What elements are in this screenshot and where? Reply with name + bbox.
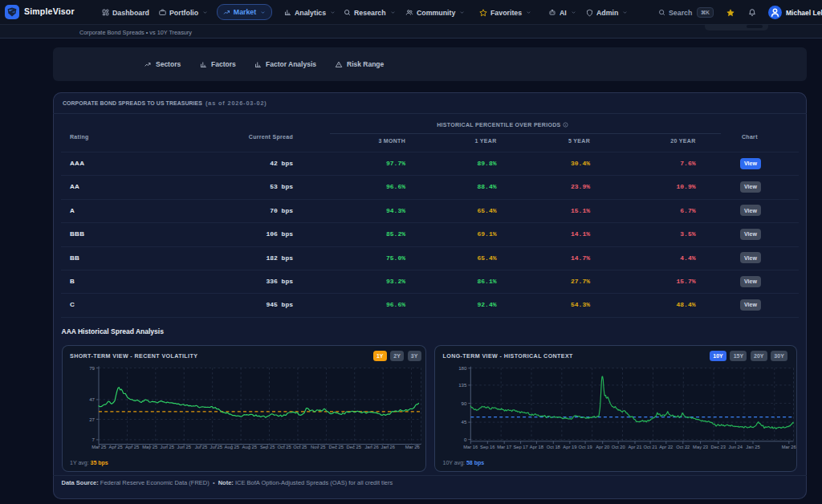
svg-text:Jun 24: Jun 24 <box>729 444 743 449</box>
svg-text:7: 7 <box>92 437 95 442</box>
svg-text:Oct 20: Oct 20 <box>612 444 625 449</box>
svg-text:Jul 25: Jul 25 <box>210 444 222 449</box>
svg-text:Oct 21: Oct 21 <box>644 444 657 449</box>
svg-text:Mar 17: Mar 17 <box>497 444 511 449</box>
svg-text:0: 0 <box>464 436 467 441</box>
svg-text:Jun 25: Jun 25 <box>177 444 190 449</box>
svg-text:Oct 25: Oct 25 <box>293 444 307 449</box>
svg-text:135: 135 <box>458 382 467 388</box>
svg-text:May 23: May 23 <box>693 444 708 449</box>
svg-text:27: 27 <box>89 416 95 421</box>
svg-text:Sep 17: Sep 17 <box>513 444 527 449</box>
svg-text:Aug 25: Aug 25 <box>242 444 256 449</box>
svg-text:Apr 25: Apr 25 <box>125 444 139 449</box>
svg-text:Jan 26: Jan 26 <box>364 444 378 449</box>
svg-text:Dec 25: Dec 25 <box>346 444 360 449</box>
svg-text:Apr 20: Apr 20 <box>596 444 609 449</box>
svg-text:79: 79 <box>89 364 95 370</box>
svg-text:Dec 23: Dec 23 <box>711 444 726 449</box>
svg-text:Oct 25: Oct 25 <box>277 444 291 449</box>
svg-text:180: 180 <box>458 364 467 370</box>
svg-text:Dec 25: Dec 25 <box>328 444 343 449</box>
svg-text:Mar 16: Mar 16 <box>463 444 478 449</box>
svg-text:Apr 22: Apr 22 <box>659 444 673 449</box>
svg-text:Sep 25: Sep 25 <box>260 444 275 449</box>
svg-text:Oct 22: Oct 22 <box>676 444 690 449</box>
svg-text:Apr 25: Apr 25 <box>108 444 122 449</box>
svg-text:Jan 25: Jan 25 <box>746 444 759 449</box>
svg-text:Jul 25: Jul 25 <box>194 444 206 449</box>
svg-text:Oct 19: Oct 19 <box>579 444 592 449</box>
svg-text:Mar 26: Mar 26 <box>405 444 419 449</box>
svg-text:Oct 18: Oct 18 <box>547 444 560 449</box>
svg-text:Nov 25: Nov 25 <box>311 444 325 449</box>
svg-text:Jan 26: Jan 26 <box>380 444 394 449</box>
svg-text:Apr 21: Apr 21 <box>628 444 641 449</box>
svg-text:May 25: May 25 <box>142 444 157 449</box>
svg-text:90: 90 <box>462 400 467 405</box>
svg-text:Mar 26: Mar 26 <box>782 444 796 449</box>
svg-text:Jun 25: Jun 25 <box>160 444 173 449</box>
svg-text:47: 47 <box>89 396 95 402</box>
svg-text:Mar 25: Mar 25 <box>92 444 106 449</box>
svg-text:45: 45 <box>462 419 467 425</box>
svg-text:Apr 19: Apr 19 <box>563 444 576 449</box>
svg-text:Sep 16: Sep 16 <box>480 444 494 449</box>
svg-text:Aug 25: Aug 25 <box>224 444 238 449</box>
svg-text:Apr 18: Apr 18 <box>530 444 543 449</box>
